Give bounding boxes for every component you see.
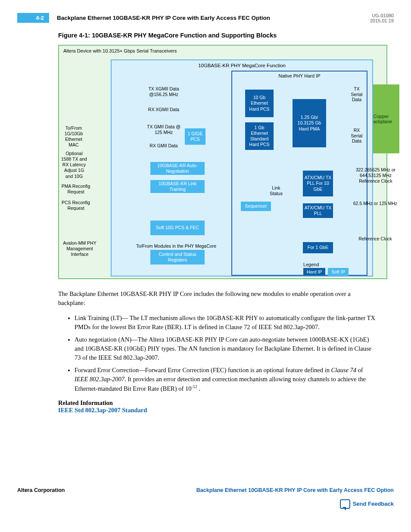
pll-1g-a-block: ATX/CMU TX PLL — [303, 203, 333, 218]
page-number: 4-2 — [17, 13, 49, 23]
left-mac-label: To/From 1G/10Gb Ethernet MAC — [61, 125, 87, 148]
left-pma-label: PMA Reconfig Request — [61, 184, 91, 195]
tx-xgmii-label: TX XGMII Data @156.25 MHz — [147, 86, 181, 97]
intro-paragraph: The Backplane Ethernet 10GBASE-KR PHY IP… — [58, 289, 377, 308]
doc-id: UG-01080 — [370, 13, 394, 18]
csr-path-label: To/From Modules in the PHY MegaCore — [135, 243, 217, 249]
device-label: Altera Device with 10.3125+ Gbps Serial … — [63, 48, 177, 53]
soft10g-fec-block: Soft 10G PCS & FEC — [150, 221, 205, 235]
hard-pma-block: 1.25 Gb/ 10.3125 Gb Hard PMA — [293, 99, 326, 147]
native-phy-boundary: Native PHY Hard IP 10 Gb Ethernet Hard P… — [231, 71, 367, 276]
doc-meta: UG-01080 2015.01.19 — [370, 13, 394, 23]
bullet-an: Auto negotiation (AN)—The Altera 10GBASE… — [75, 335, 377, 362]
device-boundary: Altera Device with 10.3125+ Gbps Serial … — [58, 45, 387, 279]
gige-pcs-block: 1 GIGE PCS — [185, 128, 206, 145]
ieee-standard-link[interactable]: IEEE Std 802.3ap-2007 Standard — [58, 407, 394, 414]
rx-xgmii-label: RX XGMII Data — [147, 107, 181, 112]
feedback-icon — [340, 499, 350, 509]
tx-serial-label: TX Serial Data — [349, 86, 365, 103]
native-phy-label: Native PHY Hard IP — [232, 73, 367, 78]
footer-chapter-link[interactable]: Backplane Ethernet 10GBASE-KR PHY IP Cor… — [196, 487, 394, 493]
figure-title: Figure 4-1: 10GBASE-KR PHY MegaCore Func… — [58, 32, 394, 39]
auto-neg-block: 10GBASE-KR Auto-Negotiation — [150, 162, 205, 175]
pcs-10g-block: 10 Gb Ethernet Hard PCS — [245, 90, 274, 117]
left-pcs-label: PCS Reconfig Request — [61, 200, 91, 211]
csr-block: Control and Status Registers — [150, 250, 205, 264]
rx-gmii-label: RX GMII Data — [147, 143, 181, 149]
clk-10g-label: 322.265625 MHz or 644.53125 MHz Referenc… — [352, 167, 399, 184]
rx-serial-label: RX Serial Data — [349, 128, 365, 144]
bullet-list: Link Training (LT)— The LT mechanism all… — [67, 314, 377, 393]
left-avalon-label: Avalon-MM PHY Management Interface — [60, 240, 100, 257]
running-title: Backplane Ethernet 10GBASE-KR PHY IP Cor… — [57, 13, 370, 21]
left-1588-label: Optional 1588 TX and RX Latency Adjust 1… — [61, 151, 87, 179]
tx-gmii-label: TX GMII Data @ 125 MHz — [147, 124, 181, 135]
page-footer: Altera Corporation Backplane Ethernet 10… — [17, 487, 394, 493]
clk-1g-label: 62.5 MHz or 125 MHz — [351, 201, 399, 206]
pll-1g-b-block: For 1 GbE — [303, 242, 333, 253]
bullet-fec: Forward Error Correction—Forward Error C… — [75, 366, 377, 393]
refclk-label: Reference Clock — [351, 236, 399, 242]
send-feedback-link[interactable]: Send Feedback — [17, 499, 394, 509]
send-feedback-text: Send Feedback — [353, 501, 394, 507]
bullet-lt: Link Training (LT)— The LT mechanism all… — [75, 314, 377, 332]
legend: Legend Hard IP Soft IP — [303, 262, 349, 276]
doc-date: 2015.01.19 — [370, 18, 394, 23]
megacore-label: 10GBASE-KR PHY MegaCore Function — [112, 63, 372, 68]
figure-diagram: Altera Device with 10.3125+ Gbps Serial … — [58, 45, 385, 279]
megacore-boundary: 10GBASE-KR PHY MegaCore Function TX XGMI… — [111, 59, 373, 277]
legend-soft-ip: Soft IP — [328, 268, 349, 276]
pll-10g-block: ATX/CMU TX PLL For 10 GbE — [303, 171, 333, 196]
legend-hard-ip: Hard IP — [303, 268, 326, 276]
legend-title: Legend — [303, 262, 349, 267]
footer-corporation: Altera Corporation — [17, 487, 65, 493]
page-header: 4-2 Backplane Ethernet 10GBASE-KR PHY IP… — [17, 13, 394, 23]
link-train-block: 10GBASE-KR Link Training — [150, 180, 205, 193]
pcs-1g-block: 1 Gb Ethernet Standard Hard PCS — [245, 122, 274, 150]
related-info-heading: Related Information — [58, 399, 394, 407]
